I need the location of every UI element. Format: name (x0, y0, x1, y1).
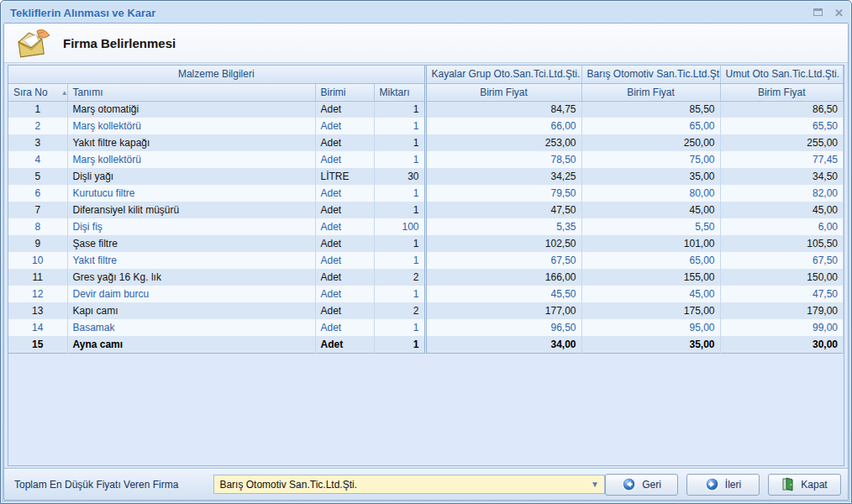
cell-tanimi: Basamak (67, 319, 315, 336)
table-row[interactable]: 5Dişli yağıLİTRE3034,2535,0034,50 (8, 168, 844, 185)
envelope-hand-icon (16, 29, 51, 59)
cell-birim-fiyat-1: 177,00 (425, 302, 581, 319)
cell-tanimi: Devir daim burcu (67, 286, 315, 302)
cell-sira-no: 12 (8, 286, 67, 302)
cell-birimi: Adet (315, 286, 374, 302)
cell-sira-no: 7 (8, 202, 67, 218)
cell-birim-fiyat-3: 179,00 (720, 302, 843, 319)
offers-table: Malzeme Bilgileri Kayalar Grup Oto.San.T… (8, 65, 844, 466)
group-header-malzeme-bilgileri[interactable]: Malzeme Bilgileri (8, 66, 425, 83)
cell-birim-fiyat-2: 45,00 (581, 202, 720, 218)
cell-miktari: 1 (374, 185, 425, 202)
column-header-row: Sıra No▲ Tanımı Birimi Miktarı Birim Fiy… (8, 83, 844, 101)
column-header-birim-fiyat-3[interactable]: Birim Fiyat (720, 83, 843, 101)
column-header-tanimi[interactable]: Tanımı (67, 83, 315, 101)
column-header-company-baris[interactable]: Barış Otomotiv San.Tic.Ltd.Şti. (581, 66, 720, 83)
cell-birim-fiyat-2: 5,50 (581, 218, 720, 235)
cell-birim-fiyat-2: 35,00 (581, 336, 720, 353)
column-header-birim-fiyat-2[interactable]: Birim Fiyat (581, 83, 720, 101)
page-title: Firma Belirlenmesi (63, 36, 176, 50)
table-row[interactable]: 7Diferansiyel kilit müşürüAdet147,5045,0… (8, 202, 844, 218)
table-row[interactable]: 6Kurutucu filtreAdet179,5080,0082,00 (8, 185, 844, 202)
cell-birim-fiyat-2: 45,00 (581, 286, 720, 302)
cell-birim-fiyat-2: 155,00 (581, 269, 720, 286)
cell-birim-fiyat-2: 65,00 (581, 118, 720, 134)
cell-tanimi: Yakıt filtre (67, 252, 315, 269)
column-header-company-kayalar[interactable]: Kayalar Grup Oto.San.Tci.Ltd.Şti. (425, 66, 581, 83)
cell-sira-no: 5 (8, 168, 67, 185)
cell-miktari: 1 (374, 319, 425, 336)
table-row[interactable]: 2Marş kollektörüAdet166,0065,0065,50 (8, 118, 844, 134)
cell-birim-fiyat-3: 255,00 (720, 134, 843, 151)
cell-sira-no: 4 (8, 151, 67, 168)
group-header-row: Malzeme Bilgileri Kayalar Grup Oto.San.T… (8, 66, 844, 83)
cell-birimi: Adet (315, 202, 374, 218)
firm-combobox-value: Barış Otomotiv San.Tic.Ltd.Şti. (219, 479, 357, 491)
cell-sira-no: 11 (8, 269, 67, 286)
cell-birimi: Adet (315, 269, 374, 286)
cell-miktari: 1 (374, 286, 425, 302)
cell-birimi: Adet (315, 134, 374, 151)
table-row[interactable]: 13Kapı camıAdet2177,00175,00179,00 (8, 302, 844, 319)
cell-birim-fiyat-3: 34,50 (720, 168, 843, 185)
column-header-miktari[interactable]: Miktarı (374, 83, 425, 101)
table-row[interactable]: 9Şase filtreAdet1102,50101,00105,50 (8, 235, 844, 252)
cell-birim-fiyat-2: 175,00 (581, 302, 720, 319)
close-button[interactable]: Kapat (768, 474, 841, 496)
cell-birim-fiyat-1: 166,00 (425, 269, 581, 286)
cell-sira-no: 13 (8, 302, 67, 319)
cell-miktari: 1 (374, 202, 425, 218)
window-title: Tekliflerin Alınması ve Karar (10, 7, 155, 19)
column-header-birimi[interactable]: Birimi (315, 83, 374, 101)
table-row[interactable]: 11Gres yağı 16 Kg. lıkAdet2166,00155,001… (8, 269, 844, 286)
cell-tanimi: Marş kollektörü (67, 118, 315, 134)
cell-birim-fiyat-2: 95,00 (581, 319, 720, 336)
dialog-window: Tekliflerin Alınması ve Karar ✕ Firma Be… (0, 0, 852, 504)
cell-sira-no: 3 (8, 134, 67, 151)
cell-birim-fiyat-2: 75,00 (581, 151, 720, 168)
firm-combobox[interactable]: Barış Otomotiv San.Tic.Ltd.Şti. ▼ (213, 475, 605, 494)
restore-icon[interactable] (813, 8, 823, 18)
column-header-company-umut[interactable]: Umut Oto San.Tic.Ltd.Şti. (720, 66, 843, 83)
cell-birimi: Adet (315, 235, 374, 252)
cell-miktari: 1 (374, 151, 425, 168)
table-row[interactable]: 10Yakıt filtreAdet167,5065,0067,50 (8, 252, 844, 269)
cell-tanimi: Yakıt filtre kapağı (67, 134, 315, 151)
lowest-price-firm-label: Toplam En Düşük Fiyatı Veren Firma (14, 479, 178, 491)
title-bar: Tekliflerin Alınması ve Karar ✕ (3, 3, 849, 23)
next-button[interactable]: İleri (686, 474, 760, 496)
cell-birim-fiyat-3: 30,00 (720, 336, 843, 353)
table-body: 1Marş otomatiğiAdet184,7585,5086,502Marş… (8, 101, 844, 353)
cell-miktari: 1 (374, 118, 425, 134)
cell-tanimi: Dişli yağı (67, 168, 315, 185)
cell-tanimi: Kurutucu filtre (67, 185, 315, 202)
table-row[interactable]: 14BasamakAdet196,5095,0099,00 (8, 319, 844, 336)
cell-miktari: 1 (374, 235, 425, 252)
table-row[interactable]: 8Dişi fişAdet1005,355,506,00 (8, 218, 844, 235)
table-row[interactable]: 1Marş otomatiğiAdet184,7585,5086,50 (8, 101, 844, 118)
cell-birimi: Adet (315, 151, 374, 168)
cell-sira-no: 10 (8, 252, 67, 269)
cell-birimi: Adet (315, 218, 374, 235)
cell-sira-no: 8 (8, 218, 67, 235)
cell-birim-fiyat-2: 65,00 (581, 252, 720, 269)
chevron-down-icon: ▼ (591, 480, 599, 489)
cell-miktari: 2 (374, 302, 425, 319)
column-header-sira-no[interactable]: Sıra No▲ (8, 83, 67, 101)
cell-miktari: 30 (374, 168, 425, 185)
cell-birim-fiyat-1: 78,50 (425, 151, 581, 168)
table-row[interactable]: 12Devir daim burcuAdet145,5045,0047,50 (8, 286, 844, 302)
cell-sira-no: 6 (8, 185, 67, 202)
arrow-right-icon (705, 477, 719, 491)
cell-birim-fiyat-1: 67,50 (425, 252, 581, 269)
close-icon[interactable]: ✕ (834, 8, 844, 18)
nav-buttons: Geri İleri Kapat (605, 474, 841, 496)
cell-birimi: Adet (315, 101, 374, 118)
back-button[interactable]: Geri (605, 474, 678, 496)
cell-sira-no: 1 (8, 101, 67, 118)
table-row[interactable]: 15Ayna camıAdet134,0035,0030,00 (8, 336, 844, 353)
cell-miktari: 1 (374, 336, 425, 353)
column-header-birim-fiyat-1[interactable]: Birim Fiyat (425, 83, 581, 101)
table-row[interactable]: 3Yakıt filtre kapağıAdet1253,00250,00255… (8, 134, 844, 151)
table-row[interactable]: 4Marş kollektörüAdet178,5075,0077,45 (8, 151, 844, 168)
